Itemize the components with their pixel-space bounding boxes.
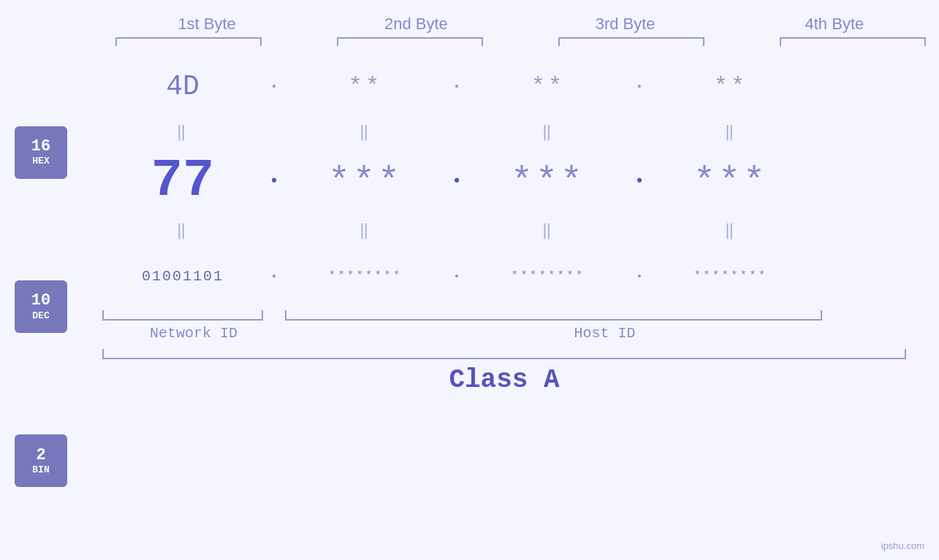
full-bottom-bracket: [102, 349, 906, 359]
dot-hex-1: ●: [263, 83, 285, 91]
bracket-byte3: [558, 37, 704, 46]
bin-byte4: ********: [650, 269, 811, 283]
badge-hex-number: 16: [31, 138, 50, 156]
dot-hex-2: ●: [446, 83, 468, 91]
hex-byte1: 4D: [102, 71, 263, 102]
bin-byte1: 01001101: [102, 268, 263, 285]
bracket-byte2: [337, 37, 483, 46]
dot-bin-3: ●: [628, 272, 650, 280]
network-bracket: [102, 310, 263, 321]
bottom-bracket-area: [102, 310, 924, 321]
byte2-header: 2nd Byte: [335, 15, 496, 34]
host-id-label: Host ID: [285, 325, 924, 342]
dot-hex-3: ●: [628, 83, 650, 91]
sep-dec-bin: ‖ ‖ ‖ ‖: [102, 218, 924, 243]
dec-byte3: ***: [468, 161, 628, 202]
hex-byte4: **: [650, 73, 811, 100]
byte4-header: 4th Byte: [754, 15, 915, 34]
badge-dec-number: 10: [31, 292, 50, 310]
bracket-byte1: [115, 37, 262, 46]
dec-byte1: 77: [102, 151, 263, 211]
top-brackets: [0, 37, 939, 46]
hex-row: 4D ● ** ● ** ● **: [102, 53, 924, 119]
badge-dec-label: DEC: [32, 310, 49, 321]
bin-row: 01001101 ● ******** ● ******** ● *******…: [102, 243, 924, 309]
watermark: ipshu.com: [881, 540, 924, 551]
badge-hex: 16 HEX: [15, 126, 67, 179]
badge-bin-number: 2: [36, 447, 45, 464]
dot-dec-2: •: [446, 172, 468, 191]
badge-dec: 10 DEC: [15, 280, 67, 333]
network-id-label: Network ID: [102, 325, 285, 342]
class-label: Class A: [102, 365, 906, 395]
badge-bin: 2 BIN: [15, 434, 67, 487]
hex-byte3: **: [468, 73, 628, 100]
dot-bin-2: ●: [446, 272, 468, 280]
dec-row: 77 • *** • *** • ***: [102, 145, 924, 218]
sep-hex-dec: ‖ ‖ ‖ ‖: [102, 119, 924, 145]
badge-hex-label: HEX: [32, 156, 49, 166]
host-bracket: [285, 310, 822, 321]
hex-byte2: **: [285, 73, 446, 100]
id-labels-row: Network ID Host ID: [102, 325, 924, 342]
bracket-byte4: [780, 37, 926, 46]
byte3-header: 3rd Byte: [545, 15, 706, 34]
dot-dec-1: •: [263, 172, 285, 191]
badge-bin-label: BIN: [32, 464, 49, 475]
byte1-header: 1st Byte: [126, 15, 287, 34]
left-badges: 16 HEX 10 DEC 2 BIN: [15, 53, 67, 560]
dec-byte4: ***: [650, 161, 811, 202]
byte-headers: 1st Byte 2nd Byte 3rd Byte 4th Byte: [0, 0, 939, 34]
bin-byte3: ********: [468, 269, 628, 283]
dec-byte2: ***: [285, 161, 446, 202]
dot-bin-1: ●: [263, 272, 285, 280]
dot-dec-3: •: [628, 172, 650, 191]
main-container: 1st Byte 2nd Byte 3rd Byte 4th Byte 16 H…: [0, 0, 939, 560]
bin-byte2: ********: [285, 269, 446, 283]
